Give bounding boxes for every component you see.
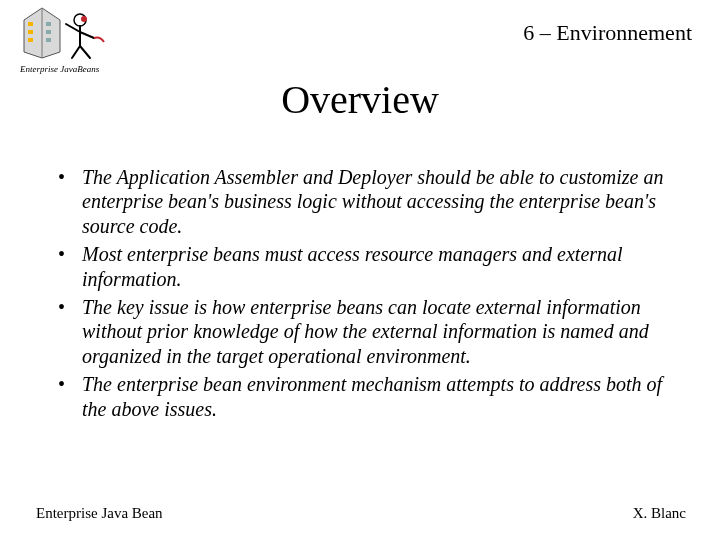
svg-rect-1: [28, 22, 33, 26]
slide: Enterprise JavaBeans 6 – Environnement O…: [0, 0, 720, 540]
svg-rect-2: [28, 30, 33, 34]
footer-right: X. Blanc: [633, 505, 686, 522]
list-item: Most enterprise beans must access resour…: [54, 242, 672, 291]
svg-rect-3: [28, 38, 33, 42]
list-item: The enterprise bean environment mechanis…: [54, 372, 672, 421]
chapter-header: 6 – Environnement: [523, 20, 692, 46]
svg-rect-6: [46, 38, 51, 42]
slide-title: Overview: [0, 76, 720, 123]
list-item: The Application Assembler and Deployer s…: [54, 165, 672, 238]
svg-rect-5: [46, 30, 51, 34]
footer-left: Enterprise Java Bean: [36, 505, 163, 522]
ejb-logo: Enterprise JavaBeans: [18, 6, 118, 76]
bullet-list: The Application Assembler and Deployer s…: [54, 165, 672, 425]
svg-point-8: [81, 16, 87, 22]
svg-rect-4: [46, 22, 51, 26]
list-item: The key issue is how enterprise beans ca…: [54, 295, 672, 368]
logo-caption: Enterprise JavaBeans: [19, 64, 100, 74]
